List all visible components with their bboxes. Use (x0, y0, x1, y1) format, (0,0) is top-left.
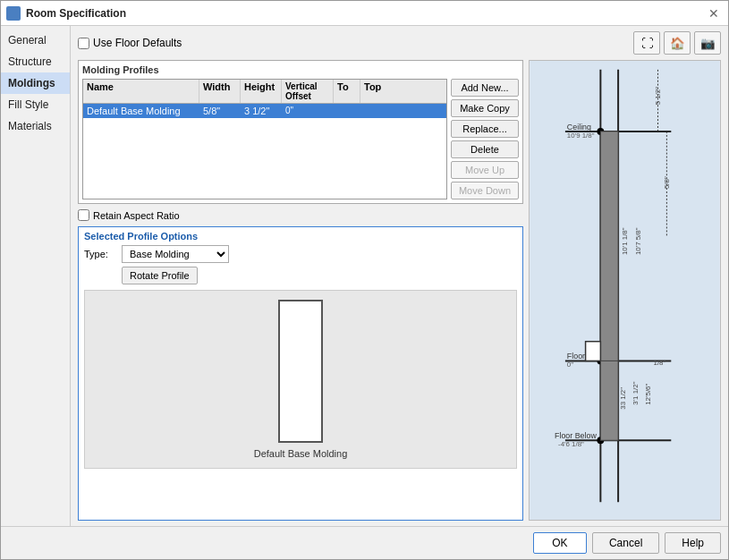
action-buttons: Add New... Make Copy Replace... Delete M… (451, 79, 519, 199)
sidebar-item-structure[interactable]: Structure (1, 51, 70, 72)
replace-button[interactable]: Replace... (451, 120, 519, 138)
molding-profiles-label: Molding Profiles (82, 64, 519, 75)
svg-text:5/8": 5/8" (663, 176, 671, 189)
retain-aspect-ratio-label: Retain Aspect Ratio (93, 210, 180, 221)
move-up-button[interactable]: Move Up (451, 161, 519, 179)
home-view-button[interactable]: 🏠 (664, 31, 691, 55)
room-icon (6, 6, 21, 21)
row-height: 3 1/2" (241, 104, 282, 118)
table-header: Name Width Height VerticalOffset To Top (83, 80, 446, 104)
delete-button[interactable]: Delete (451, 140, 519, 158)
table-row[interactable]: Default Base Molding 5/8" 3 1/2" 0" (83, 104, 446, 118)
add-new-button[interactable]: Add New... (451, 79, 519, 97)
make-copy-button[interactable]: Make Copy (451, 99, 519, 117)
row-width: 5/8" (199, 104, 241, 118)
svg-text:0": 0" (567, 361, 573, 369)
main-panel: Use Floor Defaults ⛶ 🏠 📷 (71, 26, 728, 526)
title-bar-left: Room Specification (6, 6, 126, 21)
svg-text:10'1 1/8": 10'1 1/8" (621, 227, 629, 255)
content-area: General Structure Moldings Fill Style Ma… (1, 26, 728, 526)
camera-button[interactable]: 📷 (694, 31, 721, 55)
row-top (360, 104, 387, 118)
camera-icon: 📷 (700, 37, 716, 50)
type-label: Type: (84, 249, 116, 259)
svg-text:10'7 5/8": 10'7 5/8" (634, 227, 642, 255)
svg-text:Floor Below: Floor Below (555, 431, 597, 440)
help-button[interactable]: Help (665, 532, 721, 554)
expand-view-button[interactable]: ⛶ (633, 31, 660, 55)
row-vertical-offset: 0" (282, 104, 334, 118)
profiles-row: Name Width Height VerticalOffset To Top (82, 79, 519, 199)
profile-shape (278, 300, 323, 443)
retain-aspect-ratio-checkbox[interactable] (78, 209, 89, 221)
type-select[interactable]: Base Molding Crown Molding Chair Rail (122, 245, 229, 263)
molding-profiles-section: Molding Profiles Name Width Height Verti… (78, 60, 523, 204)
retain-aspect-ratio-row: Retain Aspect Ratio (78, 209, 523, 221)
col-header-width: Width (199, 80, 241, 103)
col-header-to: To (334, 80, 360, 103)
left-panel: Molding Profiles Name Width Height Verti… (78, 60, 523, 521)
table-body: Default Base Molding 5/8" 3 1/2" 0" (83, 104, 446, 190)
svg-text:Ceiling: Ceiling (567, 123, 591, 132)
svg-text:Floor: Floor (567, 352, 585, 361)
selected-profile-section-label: Selected Profile Options (84, 231, 517, 242)
profile-caption: Default Base Molding (254, 448, 348, 459)
close-button[interactable]: ✕ (705, 4, 723, 22)
sidebar: General Structure Moldings Fill Style Ma… (1, 26, 71, 526)
move-down-button[interactable]: Move Down (451, 182, 519, 199)
svg-text:3'1 1/2": 3'1 1/2" (632, 381, 640, 404)
col-header-name: Name (83, 80, 199, 103)
cad-panel: Ceiling 10'9 1/8" Floor 0" Floor Below -… (529, 60, 721, 521)
svg-text:-4'6 1/8": -4'6 1/8" (558, 440, 584, 448)
use-floor-defaults-checkbox[interactable] (78, 38, 89, 49)
svg-rect-27 (600, 361, 618, 440)
sidebar-item-fillstyle[interactable]: Fill Style (1, 94, 70, 115)
room-specification-dialog: Room Specification ✕ General Structure M… (0, 0, 729, 560)
dialog-title: Room Specification (26, 7, 126, 20)
col-header-vertical: VerticalOffset (282, 80, 334, 103)
profile-display: Default Base Molding (84, 290, 517, 469)
expand-icon: ⛶ (641, 37, 653, 50)
sidebar-item-materials[interactable]: Materials (1, 115, 70, 137)
top-bar: Use Floor Defaults ⛶ 🏠 📷 (78, 31, 721, 55)
ok-button[interactable]: OK (533, 532, 587, 554)
sidebar-item-general[interactable]: General (1, 30, 70, 51)
svg-rect-0 (530, 61, 719, 520)
use-floor-defaults-row: Use Floor Defaults (78, 37, 182, 49)
svg-rect-16 (586, 342, 601, 361)
table-empty-space (83, 118, 446, 190)
svg-text:1/8": 1/8" (654, 359, 666, 367)
profiles-table: Name Width Height VerticalOffset To Top (82, 79, 447, 199)
top-icons: ⛶ 🏠 📷 (633, 31, 721, 55)
row-to (334, 104, 360, 118)
svg-rect-15 (600, 132, 618, 361)
rotate-profile-button[interactable]: Rotate Profile (122, 267, 198, 284)
cad-view: Ceiling 10'9 1/8" Floor 0" Floor Below -… (530, 61, 720, 520)
title-bar: Room Specification ✕ (1, 1, 728, 26)
selected-profile-section: Selected Profile Options Type: Base Mold… (78, 226, 523, 521)
col-header-top: Top (360, 80, 387, 103)
home-icon: 🏠 (670, 37, 685, 50)
type-row: Type: Base Molding Crown Molding Chair R… (84, 245, 517, 263)
svg-text:10'9 1/8": 10'9 1/8" (567, 132, 595, 140)
bottom-bar: OK Cancel Help (1, 526, 728, 559)
sidebar-item-moldings[interactable]: Moldings (1, 72, 70, 94)
body-split: Molding Profiles Name Width Height Verti… (78, 60, 721, 521)
svg-text:12'5/6": 12'5/6" (644, 384, 652, 405)
cancel-button[interactable]: Cancel (592, 532, 659, 554)
svg-text:5 1/2": 5 1/2" (654, 87, 662, 106)
row-name: Default Base Molding (83, 104, 199, 118)
col-header-height: Height (241, 80, 282, 103)
svg-text:33 1/2": 33 1/2" (619, 387, 627, 410)
use-floor-defaults-label: Use Floor Defaults (93, 37, 182, 49)
